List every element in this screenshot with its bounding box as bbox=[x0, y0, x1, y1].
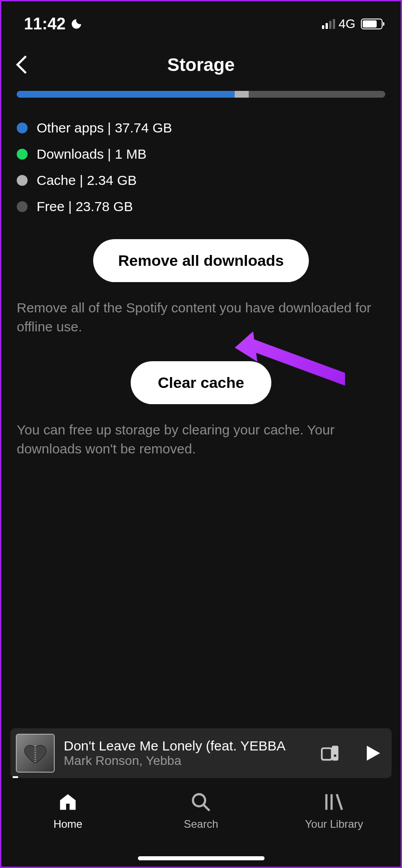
clear-cache-button[interactable]: Clear cache bbox=[131, 361, 271, 404]
play-icon[interactable] bbox=[363, 743, 383, 763]
nav-label: Your Library bbox=[305, 818, 364, 830]
legend-cache: Cache | 2.34 GB bbox=[17, 173, 385, 188]
svg-point-5 bbox=[334, 749, 336, 751]
legend-dot-icon bbox=[17, 123, 28, 133]
bottom-nav: Home Search Your Library bbox=[1, 778, 401, 867]
album-art bbox=[16, 734, 55, 773]
do-not-disturb-icon bbox=[70, 18, 83, 30]
nav-label: Search bbox=[184, 818, 218, 830]
nav-library[interactable]: Your Library bbox=[268, 792, 400, 830]
status-bar: 11:42 4G bbox=[1, 1, 401, 42]
legend-label: Other apps | 37.74 GB bbox=[37, 120, 172, 136]
library-icon bbox=[324, 792, 345, 812]
home-indicator[interactable] bbox=[138, 856, 265, 860]
home-icon bbox=[57, 792, 78, 812]
status-time-group: 11:42 bbox=[24, 14, 83, 33]
track-info: Don't Leave Me Lonely (feat. YEBBA Mark … bbox=[64, 738, 320, 768]
bar-segment-cache bbox=[235, 91, 248, 98]
header: Storage bbox=[1, 42, 401, 87]
storage-legend: Other apps | 37.74 GB Downloads | 1 MB C… bbox=[17, 120, 385, 214]
nav-home[interactable]: Home bbox=[2, 792, 133, 830]
bar-segment-other bbox=[17, 91, 235, 98]
legend-free: Free | 23.78 GB bbox=[17, 199, 385, 214]
nav-label: Home bbox=[53, 818, 82, 830]
remove-downloads-description: Remove all of the Spotify content you ha… bbox=[17, 298, 385, 336]
connect-device-icon[interactable] bbox=[320, 743, 340, 763]
svg-marker-6 bbox=[367, 746, 380, 761]
network-label: 4G bbox=[339, 17, 355, 31]
svg-rect-2 bbox=[322, 748, 332, 760]
track-artist: Mark Ronson, Yebba bbox=[64, 754, 320, 768]
legend-dot-icon bbox=[17, 201, 28, 212]
svg-line-8 bbox=[203, 805, 209, 811]
signal-icon bbox=[322, 19, 335, 29]
legend-downloads: Downloads | 1 MB bbox=[17, 146, 385, 162]
now-playing-bar[interactable]: Don't Leave Me Lonely (feat. YEBBA Mark … bbox=[10, 728, 392, 778]
legend-dot-icon bbox=[17, 149, 28, 160]
legend-dot-icon bbox=[17, 175, 28, 186]
legend-label: Downloads | 1 MB bbox=[37, 146, 147, 162]
legend-other-apps: Other apps | 37.74 GB bbox=[17, 120, 385, 136]
svg-line-11 bbox=[337, 794, 342, 810]
nav-search[interactable]: Search bbox=[135, 792, 267, 830]
track-title: Don't Leave Me Lonely (feat. YEBBA bbox=[64, 738, 320, 754]
remove-downloads-button[interactable]: Remove all downloads bbox=[93, 239, 309, 282]
svg-point-4 bbox=[333, 754, 337, 758]
status-time: 11:42 bbox=[24, 14, 66, 33]
search-icon bbox=[190, 792, 211, 812]
storage-bar bbox=[17, 91, 385, 98]
svg-point-7 bbox=[193, 794, 205, 807]
clear-cache-description: You can free up storage by clearing your… bbox=[17, 420, 385, 458]
content: Other apps | 37.74 GB Downloads | 1 MB C… bbox=[1, 87, 401, 458]
page-title: Storage bbox=[15, 55, 387, 75]
status-right: 4G bbox=[322, 17, 383, 31]
battery-icon bbox=[361, 19, 383, 29]
legend-label: Cache | 2.34 GB bbox=[37, 173, 137, 188]
legend-label: Free | 23.78 GB bbox=[37, 199, 133, 214]
